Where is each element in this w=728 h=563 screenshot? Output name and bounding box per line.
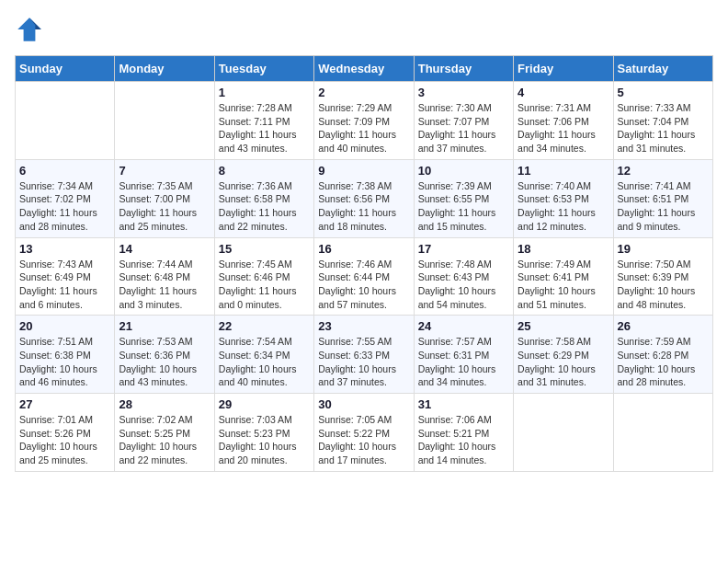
day-info: Sunrise: 7:50 AMSunset: 6:39 PMDaylight:…	[618, 258, 709, 312]
calendar-cell: 18Sunrise: 7:49 AMSunset: 6:41 PMDayligh…	[514, 237, 613, 316]
calendar-cell: 28Sunrise: 7:02 AMSunset: 5:25 PMDayligh…	[115, 394, 214, 472]
day-info: Sunrise: 7:48 AMSunset: 6:43 PMDaylight:…	[418, 258, 509, 312]
week-row-1: 1Sunrise: 7:28 AMSunset: 7:11 PMDaylight…	[16, 82, 713, 160]
day-number: 30	[318, 397, 409, 411]
day-number: 4	[518, 86, 609, 99]
day-number: 6	[19, 164, 110, 178]
day-info: Sunrise: 7:35 AMSunset: 7:00 PMDaylight:…	[119, 179, 210, 234]
calendar-cell: 17Sunrise: 7:48 AMSunset: 6:43 PMDayligh…	[414, 237, 513, 316]
calendar-cell: 4Sunrise: 7:31 AMSunset: 7:06 PMDaylight…	[514, 82, 613, 160]
day-number: 11	[518, 164, 609, 178]
day-number: 18	[518, 242, 609, 256]
calendar-cell: 15Sunrise: 7:45 AMSunset: 6:46 PMDayligh…	[214, 237, 313, 316]
day-info: Sunrise: 7:41 AMSunset: 6:51 PMDaylight:…	[618, 179, 709, 234]
calendar-cell: 5Sunrise: 7:33 AMSunset: 7:04 PMDaylight…	[613, 82, 712, 160]
day-number: 26	[618, 319, 709, 333]
week-row-2: 6Sunrise: 7:34 AMSunset: 7:02 PMDaylight…	[16, 159, 713, 237]
calendar-cell: 25Sunrise: 7:58 AMSunset: 6:29 PMDayligh…	[514, 316, 613, 394]
day-number: 23	[318, 319, 409, 333]
day-info: Sunrise: 7:46 AMSunset: 6:44 PMDaylight:…	[318, 258, 409, 312]
page-header	[15, 15, 713, 44]
calendar-cell: 6Sunrise: 7:34 AMSunset: 7:02 PMDaylight…	[16, 159, 115, 237]
day-info: Sunrise: 7:06 AMSunset: 5:21 PMDaylight:…	[418, 413, 509, 467]
day-info: Sunrise: 7:43 AMSunset: 6:49 PMDaylight:…	[19, 258, 110, 312]
col-header-friday: Friday	[514, 56, 613, 82]
calendar-cell: 20Sunrise: 7:51 AMSunset: 6:38 PMDayligh…	[16, 316, 115, 394]
calendar-cell: 30Sunrise: 7:05 AMSunset: 5:22 PMDayligh…	[314, 394, 414, 472]
col-header-sunday: Sunday	[16, 56, 115, 82]
day-info: Sunrise: 7:45 AMSunset: 6:46 PMDaylight:…	[219, 258, 310, 312]
day-number: 27	[19, 397, 110, 411]
day-number: 15	[219, 242, 310, 256]
calendar-cell: 9Sunrise: 7:38 AMSunset: 6:56 PMDaylight…	[314, 159, 414, 237]
day-info: Sunrise: 7:58 AMSunset: 6:29 PMDaylight:…	[518, 335, 609, 389]
day-number: 24	[418, 319, 509, 333]
day-number: 21	[119, 319, 210, 333]
week-row-5: 27Sunrise: 7:01 AMSunset: 5:26 PMDayligh…	[16, 394, 713, 472]
day-info: Sunrise: 7:01 AMSunset: 5:26 PMDaylight:…	[19, 413, 110, 467]
day-info: Sunrise: 7:02 AMSunset: 5:25 PMDaylight:…	[119, 413, 210, 467]
day-number: 7	[119, 164, 210, 178]
day-number: 16	[318, 242, 409, 256]
logo	[15, 15, 48, 44]
day-info: Sunrise: 7:36 AMSunset: 6:58 PMDaylight:…	[219, 179, 310, 234]
day-info: Sunrise: 7:03 AMSunset: 5:23 PMDaylight:…	[219, 413, 310, 467]
day-number: 28	[119, 397, 210, 411]
calendar-cell: 21Sunrise: 7:53 AMSunset: 6:36 PMDayligh…	[115, 316, 214, 394]
calendar-cell	[514, 394, 613, 472]
calendar-cell	[613, 394, 712, 472]
day-number: 14	[119, 242, 210, 256]
calendar-cell: 1Sunrise: 7:28 AMSunset: 7:11 PMDaylight…	[214, 82, 313, 160]
calendar-cell: 13Sunrise: 7:43 AMSunset: 6:49 PMDayligh…	[16, 237, 115, 316]
day-number: 17	[418, 242, 509, 256]
col-header-monday: Monday	[115, 56, 214, 82]
day-number: 3	[418, 86, 509, 99]
day-info: Sunrise: 7:53 AMSunset: 6:36 PMDaylight:…	[119, 335, 210, 389]
calendar-cell: 3Sunrise: 7:30 AMSunset: 7:07 PMDaylight…	[414, 82, 513, 160]
calendar-cell: 31Sunrise: 7:06 AMSunset: 5:21 PMDayligh…	[414, 394, 513, 472]
day-number: 25	[518, 319, 609, 333]
day-info: Sunrise: 7:51 AMSunset: 6:38 PMDaylight:…	[19, 335, 110, 389]
day-info: Sunrise: 7:49 AMSunset: 6:41 PMDaylight:…	[518, 258, 609, 312]
calendar-cell: 8Sunrise: 7:36 AMSunset: 6:58 PMDaylight…	[214, 159, 313, 237]
calendar-table: SundayMondayTuesdayWednesdayThursdayFrid…	[15, 55, 713, 472]
calendar-cell: 11Sunrise: 7:40 AMSunset: 6:53 PMDayligh…	[514, 159, 613, 237]
calendar-cell: 23Sunrise: 7:55 AMSunset: 6:33 PMDayligh…	[314, 316, 414, 394]
calendar-cell: 27Sunrise: 7:01 AMSunset: 5:26 PMDayligh…	[16, 394, 115, 472]
day-info: Sunrise: 7:05 AMSunset: 5:22 PMDaylight:…	[318, 413, 409, 467]
day-info: Sunrise: 7:55 AMSunset: 6:33 PMDaylight:…	[318, 335, 409, 389]
calendar-cell: 19Sunrise: 7:50 AMSunset: 6:39 PMDayligh…	[613, 237, 712, 316]
calendar-cell	[16, 82, 115, 160]
calendar-cell: 29Sunrise: 7:03 AMSunset: 5:23 PMDayligh…	[214, 394, 313, 472]
day-number: 8	[219, 164, 310, 178]
day-info: Sunrise: 7:40 AMSunset: 6:53 PMDaylight:…	[518, 179, 609, 234]
day-number: 31	[418, 397, 509, 411]
calendar-cell: 12Sunrise: 7:41 AMSunset: 6:51 PMDayligh…	[613, 159, 712, 237]
week-row-4: 20Sunrise: 7:51 AMSunset: 6:38 PMDayligh…	[16, 316, 713, 394]
col-header-thursday: Thursday	[414, 56, 513, 82]
day-info: Sunrise: 7:44 AMSunset: 6:48 PMDaylight:…	[119, 258, 210, 312]
day-number: 9	[318, 164, 409, 178]
col-header-tuesday: Tuesday	[214, 56, 313, 82]
day-number: 20	[19, 319, 110, 333]
calendar-cell: 10Sunrise: 7:39 AMSunset: 6:55 PMDayligh…	[414, 159, 513, 237]
calendar-cell: 22Sunrise: 7:54 AMSunset: 6:34 PMDayligh…	[214, 316, 313, 394]
calendar-cell: 16Sunrise: 7:46 AMSunset: 6:44 PMDayligh…	[314, 237, 414, 316]
day-info: Sunrise: 7:39 AMSunset: 6:55 PMDaylight:…	[418, 179, 509, 234]
day-info: Sunrise: 7:33 AMSunset: 7:04 PMDaylight:…	[618, 101, 709, 155]
calendar-cell	[115, 82, 214, 160]
day-info: Sunrise: 7:54 AMSunset: 6:34 PMDaylight:…	[219, 335, 310, 389]
day-number: 1	[219, 86, 310, 99]
day-number: 2	[318, 86, 409, 99]
day-info: Sunrise: 7:31 AMSunset: 7:06 PMDaylight:…	[518, 101, 609, 155]
calendar-cell: 2Sunrise: 7:29 AMSunset: 7:09 PMDaylight…	[314, 82, 414, 160]
calendar-cell: 26Sunrise: 7:59 AMSunset: 6:28 PMDayligh…	[613, 316, 712, 394]
col-header-saturday: Saturday	[613, 56, 712, 82]
day-info: Sunrise: 7:57 AMSunset: 6:31 PMDaylight:…	[418, 335, 509, 389]
calendar-cell: 7Sunrise: 7:35 AMSunset: 7:00 PMDaylight…	[115, 159, 214, 237]
day-info: Sunrise: 7:34 AMSunset: 7:02 PMDaylight:…	[19, 179, 110, 234]
day-number: 19	[618, 242, 709, 256]
calendar-cell: 24Sunrise: 7:57 AMSunset: 6:31 PMDayligh…	[414, 316, 513, 394]
day-info: Sunrise: 7:38 AMSunset: 6:56 PMDaylight:…	[318, 179, 409, 234]
calendar-cell: 14Sunrise: 7:44 AMSunset: 6:48 PMDayligh…	[115, 237, 214, 316]
